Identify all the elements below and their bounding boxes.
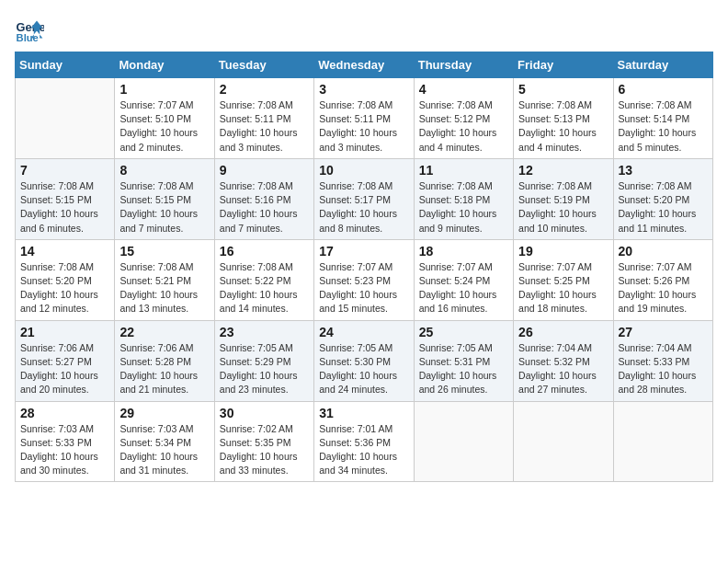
- calendar-col-header: Sunday: [16, 52, 115, 78]
- calendar-cell: 22Sunrise: 7:06 AMSunset: 5:28 PMDayligh…: [115, 320, 214, 401]
- calendar-cell: 24Sunrise: 7:05 AMSunset: 5:30 PMDayligh…: [314, 320, 414, 401]
- calendar-cell: 21Sunrise: 7:06 AMSunset: 5:27 PMDayligh…: [16, 320, 115, 401]
- calendar-cell: 25Sunrise: 7:05 AMSunset: 5:31 PMDayligh…: [414, 320, 513, 401]
- day-number: 3: [319, 82, 408, 97]
- calendar-cell: 17Sunrise: 7:07 AMSunset: 5:23 PMDayligh…: [314, 239, 414, 320]
- day-number: 15: [119, 244, 209, 259]
- calendar-table: SundayMondayTuesdayWednesdayThursdayFrid…: [15, 52, 713, 482]
- day-info: Sunrise: 7:08 AMSunset: 5:20 PMDaylight:…: [619, 179, 708, 236]
- day-number: 23: [220, 325, 309, 339]
- calendar-cell: [414, 401, 513, 482]
- calendar-cell: 18Sunrise: 7:07 AMSunset: 5:24 PMDayligh…: [414, 239, 513, 320]
- calendar-cell: 14Sunrise: 7:08 AMSunset: 5:20 PMDayligh…: [16, 239, 115, 320]
- day-info: Sunrise: 7:04 AMSunset: 5:33 PMDaylight:…: [619, 341, 708, 397]
- day-number: 11: [419, 163, 508, 178]
- day-number: 24: [319, 325, 408, 339]
- day-number: 21: [20, 325, 109, 339]
- day-number: 18: [419, 244, 508, 259]
- calendar-cell: 31Sunrise: 7:01 AMSunset: 5:36 PMDayligh…: [314, 401, 414, 482]
- day-info: Sunrise: 7:05 AMSunset: 5:29 PMDaylight:…: [220, 341, 309, 397]
- calendar-cell: 11Sunrise: 7:08 AMSunset: 5:18 PMDayligh…: [414, 158, 513, 239]
- day-number: 13: [619, 163, 708, 178]
- day-number: 19: [518, 244, 608, 259]
- svg-text:Blue: Blue: [17, 32, 39, 43]
- day-info: Sunrise: 7:07 AMSunset: 5:25 PMDaylight:…: [518, 260, 608, 316]
- calendar-cell: 20Sunrise: 7:07 AMSunset: 5:26 PMDayligh…: [613, 239, 712, 320]
- calendar-col-header: Wednesday: [314, 52, 414, 78]
- calendar-cell: 3Sunrise: 7:08 AMSunset: 5:11 PMDaylight…: [314, 78, 414, 159]
- calendar-header-row: SundayMondayTuesdayWednesdayThursdayFrid…: [16, 52, 713, 78]
- calendar-cell: 29Sunrise: 7:03 AMSunset: 5:34 PMDayligh…: [115, 401, 214, 482]
- calendar-cell: 12Sunrise: 7:08 AMSunset: 5:19 PMDayligh…: [514, 158, 613, 239]
- day-number: 28: [20, 406, 109, 420]
- calendar-cell: 5Sunrise: 7:08 AMSunset: 5:13 PMDaylight…: [514, 78, 613, 159]
- calendar-cell: 30Sunrise: 7:02 AMSunset: 5:35 PMDayligh…: [214, 401, 313, 482]
- calendar-col-header: Saturday: [613, 52, 712, 78]
- day-number: 25: [419, 325, 508, 339]
- calendar-cell: 7Sunrise: 7:08 AMSunset: 5:15 PMDaylight…: [16, 158, 115, 239]
- calendar-cell: 13Sunrise: 7:08 AMSunset: 5:20 PMDayligh…: [613, 158, 712, 239]
- day-number: 27: [619, 325, 708, 339]
- day-info: Sunrise: 7:05 AMSunset: 5:30 PMDaylight:…: [319, 341, 408, 397]
- day-number: 30: [220, 406, 309, 420]
- day-info: Sunrise: 7:08 AMSunset: 5:19 PMDaylight:…: [518, 179, 608, 236]
- calendar-cell: 9Sunrise: 7:08 AMSunset: 5:16 PMDaylight…: [214, 158, 313, 239]
- day-info: Sunrise: 7:08 AMSunset: 5:21 PMDaylight:…: [119, 260, 209, 316]
- day-number: 1: [119, 82, 209, 97]
- day-info: Sunrise: 7:08 AMSunset: 5:13 PMDaylight:…: [518, 98, 608, 155]
- day-info: Sunrise: 7:08 AMSunset: 5:15 PMDaylight:…: [20, 179, 109, 236]
- day-number: 16: [220, 244, 309, 259]
- day-number: 4: [419, 82, 508, 97]
- day-info: Sunrise: 7:08 AMSunset: 5:12 PMDaylight:…: [419, 98, 508, 155]
- day-info: Sunrise: 7:08 AMSunset: 5:11 PMDaylight:…: [319, 98, 408, 155]
- day-number: 22: [119, 325, 209, 339]
- logo-icon: General Blue: [15, 15, 44, 44]
- logo: General Blue: [15, 15, 44, 44]
- day-number: 2: [220, 82, 309, 97]
- page-header: General Blue: [15, 15, 713, 44]
- calendar-week-row: 1Sunrise: 7:07 AMSunset: 5:10 PMDaylight…: [16, 78, 713, 159]
- calendar-cell: 27Sunrise: 7:04 AMSunset: 5:33 PMDayligh…: [613, 320, 712, 401]
- calendar-cell: 1Sunrise: 7:07 AMSunset: 5:10 PMDaylight…: [115, 78, 214, 159]
- calendar-week-row: 7Sunrise: 7:08 AMSunset: 5:15 PMDaylight…: [16, 158, 713, 239]
- day-info: Sunrise: 7:08 AMSunset: 5:22 PMDaylight:…: [220, 260, 309, 316]
- calendar-cell: [16, 78, 115, 159]
- day-number: 10: [319, 163, 408, 178]
- calendar-cell: 16Sunrise: 7:08 AMSunset: 5:22 PMDayligh…: [214, 239, 313, 320]
- day-info: Sunrise: 7:03 AMSunset: 5:33 PMDaylight:…: [20, 422, 109, 478]
- day-info: Sunrise: 7:05 AMSunset: 5:31 PMDaylight:…: [419, 341, 508, 397]
- day-info: Sunrise: 7:08 AMSunset: 5:15 PMDaylight:…: [119, 179, 209, 236]
- day-info: Sunrise: 7:06 AMSunset: 5:28 PMDaylight:…: [119, 341, 209, 397]
- calendar-week-row: 28Sunrise: 7:03 AMSunset: 5:33 PMDayligh…: [16, 401, 713, 482]
- calendar-col-header: Tuesday: [214, 52, 313, 78]
- calendar-week-row: 21Sunrise: 7:06 AMSunset: 5:27 PMDayligh…: [16, 320, 713, 401]
- calendar-cell: 26Sunrise: 7:04 AMSunset: 5:32 PMDayligh…: [514, 320, 613, 401]
- day-info: Sunrise: 7:07 AMSunset: 5:23 PMDaylight:…: [319, 260, 408, 316]
- day-info: Sunrise: 7:01 AMSunset: 5:36 PMDaylight:…: [319, 422, 408, 478]
- calendar-col-header: Thursday: [414, 52, 513, 78]
- day-info: Sunrise: 7:08 AMSunset: 5:11 PMDaylight:…: [220, 98, 309, 155]
- calendar-col-header: Friday: [514, 52, 613, 78]
- calendar-cell: 6Sunrise: 7:08 AMSunset: 5:14 PMDaylight…: [613, 78, 712, 159]
- calendar-cell: 2Sunrise: 7:08 AMSunset: 5:11 PMDaylight…: [214, 78, 313, 159]
- calendar-cell: 10Sunrise: 7:08 AMSunset: 5:17 PMDayligh…: [314, 158, 414, 239]
- calendar-cell: 23Sunrise: 7:05 AMSunset: 5:29 PMDayligh…: [214, 320, 313, 401]
- calendar-cell: 8Sunrise: 7:08 AMSunset: 5:15 PMDaylight…: [115, 158, 214, 239]
- calendar-cell: [613, 401, 712, 482]
- day-info: Sunrise: 7:03 AMSunset: 5:34 PMDaylight:…: [119, 422, 209, 478]
- day-number: 26: [518, 325, 608, 339]
- day-info: Sunrise: 7:07 AMSunset: 5:26 PMDaylight:…: [619, 260, 708, 316]
- day-info: Sunrise: 7:06 AMSunset: 5:27 PMDaylight:…: [20, 341, 109, 397]
- day-number: 6: [619, 82, 708, 97]
- day-number: 31: [319, 406, 408, 420]
- day-info: Sunrise: 7:08 AMSunset: 5:16 PMDaylight:…: [220, 179, 309, 236]
- day-info: Sunrise: 7:08 AMSunset: 5:14 PMDaylight:…: [619, 98, 708, 155]
- day-number: 12: [518, 163, 608, 178]
- calendar-cell: 28Sunrise: 7:03 AMSunset: 5:33 PMDayligh…: [16, 401, 115, 482]
- calendar-cell: 4Sunrise: 7:08 AMSunset: 5:12 PMDaylight…: [414, 78, 513, 159]
- day-info: Sunrise: 7:04 AMSunset: 5:32 PMDaylight:…: [518, 341, 608, 397]
- day-number: 9: [220, 163, 309, 178]
- day-info: Sunrise: 7:07 AMSunset: 5:10 PMDaylight:…: [119, 98, 209, 155]
- day-info: Sunrise: 7:07 AMSunset: 5:24 PMDaylight:…: [419, 260, 508, 316]
- day-info: Sunrise: 7:08 AMSunset: 5:17 PMDaylight:…: [319, 179, 408, 236]
